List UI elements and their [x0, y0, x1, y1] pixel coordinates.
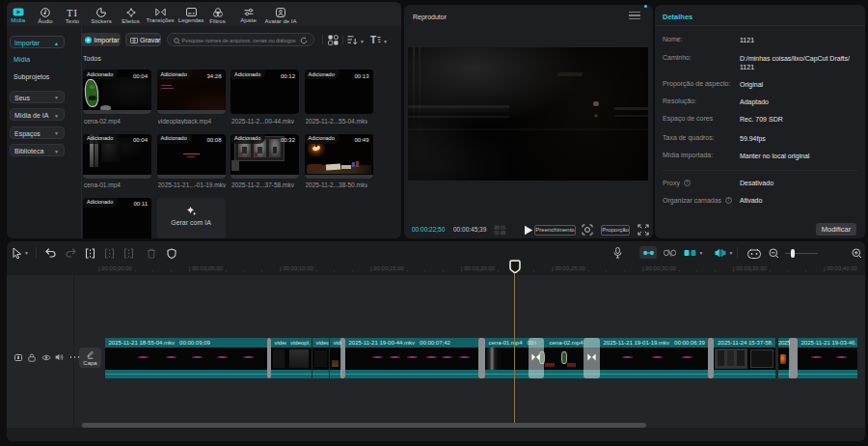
svg-text:T: T	[67, 8, 73, 17]
svg-text:I: I	[74, 8, 78, 17]
svg-text:T: T	[370, 35, 376, 45]
svg-text:?: ?	[686, 181, 689, 185]
svg-text:?: ?	[727, 198, 730, 203]
